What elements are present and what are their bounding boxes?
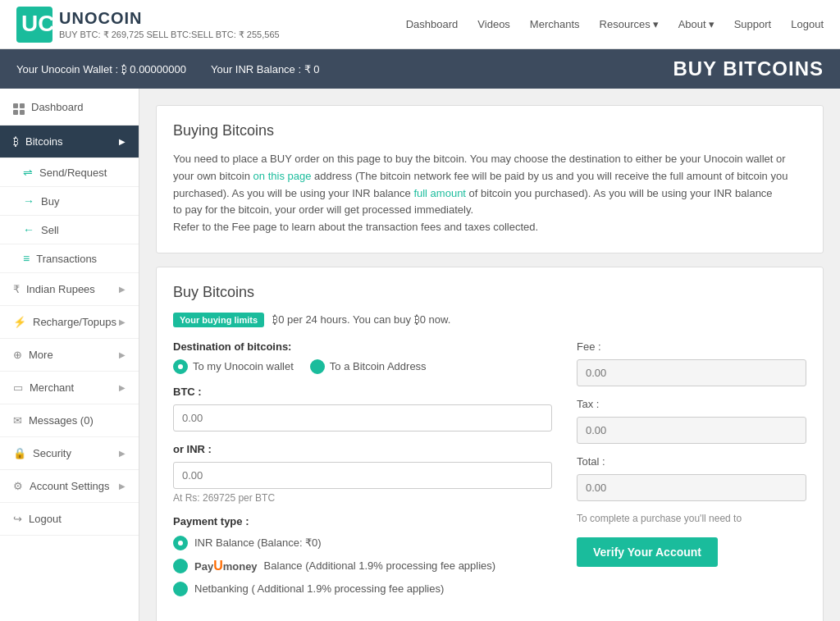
bitcoins-chevron: ▶ — [119, 137, 126, 146]
wallet-balance: Your Unocoin Wallet : ₿ 0.00000000 — [16, 63, 186, 75]
sidebar-item-sell[interactable]: ← Sell — [0, 216, 139, 244]
destination-group: Destination of bitcoins: To my Unocoin w… — [173, 340, 552, 374]
top-header: UC UNOCOIN BUY BTC: ₹ 269,725 SELL BTC:S… — [0, 0, 840, 49]
nav-logout[interactable]: Logout — [791, 18, 824, 30]
buy-bitcoins-title: BUY BITCOINS — [673, 57, 824, 80]
transactions-icon: ≡ — [23, 252, 30, 265]
payment-netbanking-radio — [173, 582, 188, 596]
account-settings-chevron: ▶ — [119, 482, 126, 491]
sidebar-item-account-settings[interactable]: ⚙ Account Settings ▶ — [0, 470, 139, 503]
recharge-chevron: ▶ — [119, 317, 126, 326]
sidebar-item-security[interactable]: 🔒 Security ▶ — [0, 437, 139, 470]
fee-label: Fee : — [577, 340, 806, 353]
merchant-icon: ▭ — [13, 381, 23, 394]
wallet-info: Your Unocoin Wallet : ₿ 0.00000000 Your … — [16, 63, 320, 75]
logo-text: UNOCOIN — [59, 9, 280, 28]
wallet-bar: Your Unocoin Wallet : ₿ 0.00000000 Your … — [0, 49, 840, 89]
sidebar-item-indian-rupees[interactable]: ₹ Indian Rupees ▶ — [0, 273, 139, 306]
tax-label: Tax : — [577, 398, 806, 410]
payu-logo: PayUmoney — [194, 559, 258, 573]
inr-symbol: ₹ — [304, 63, 314, 75]
svg-text:UC: UC — [21, 11, 52, 36]
dashboard-icon — [13, 98, 25, 115]
verify-account-button[interactable]: Verify Your Account — [577, 537, 718, 567]
sidebar-item-messages[interactable]: ✉ Messages (0) — [0, 404, 139, 437]
send-request-icon: ⇌ — [23, 166, 33, 179]
nav-support[interactable]: Support — [734, 18, 772, 30]
main-content: Buying Bitcoins You need to place a BUY … — [139, 89, 840, 621]
bitcoin-icon: ₿ — [13, 135, 19, 148]
sidebar-item-logout[interactable]: ↪ Logout — [0, 503, 139, 536]
nav-dashboard[interactable]: Dashboard — [406, 18, 459, 30]
btc-label: BTC : — [173, 386, 552, 398]
bolt-icon: ⚡ — [13, 316, 26, 328]
btc-input[interactable] — [173, 404, 552, 432]
security-chevron: ▶ — [119, 449, 126, 458]
more-chevron: ▶ — [119, 350, 126, 359]
destination-label: Destination of bitcoins: — [173, 340, 552, 353]
wallet-symbol: ₿ — [121, 63, 130, 75]
or-inr-label: or INR : — [173, 443, 552, 455]
lock-icon: 🔒 — [13, 447, 26, 459]
sidebar-item-merchant[interactable]: ▭ Merchant ▶ — [0, 372, 139, 404]
payment-type-label: Payment type : — [173, 515, 552, 527]
rupees-chevron: ▶ — [119, 285, 126, 294]
fee-group: Fee : — [577, 340, 806, 386]
rupee-icon: ₹ — [13, 283, 20, 295]
signout-icon: ↪ — [13, 513, 22, 525]
radio-address-option[interactable]: To a Bitcoin Address — [310, 359, 427, 374]
tax-input — [577, 417, 806, 444]
info-card: Buying Bitcoins You need to place a BUY … — [156, 105, 824, 253]
buying-bitcoins-title: Buying Bitcoins — [173, 122, 806, 139]
merchant-chevron: ▶ — [119, 383, 126, 392]
sidebar-item-recharge[interactable]: ⚡ Recharge/Topups ▶ — [0, 306, 139, 339]
buy-bitcoins-card: Buy Bitcoins Your buying limits ₿0 per 2… — [156, 267, 824, 621]
buy-form-section: Destination of bitcoins: To my Unocoin w… — [173, 340, 806, 608]
payment-payu-radio — [173, 559, 188, 573]
radio-wallet-circle — [173, 359, 188, 374]
envelope-icon: ✉ — [13, 414, 22, 427]
total-label: Total : — [577, 455, 806, 468]
payment-payu-option[interactable]: PayUmoney Balance (Additional 1.9% proce… — [173, 559, 552, 573]
sidebar-item-more[interactable]: ⊕ More ▶ — [0, 339, 139, 372]
radio-address-circle — [310, 359, 325, 374]
sidebar-item-dashboard[interactable]: Dashboard — [0, 89, 139, 126]
payment-inr-radio — [173, 536, 188, 550]
buying-limits-badge: Your buying limits — [173, 313, 264, 327]
btc-group: BTC : — [173, 386, 552, 432]
payment-netbanking-option[interactable]: Netbanking ( Additional 1.9% processing … — [173, 582, 552, 596]
buy-bitcoins-section-title: Buy Bitcoins — [173, 284, 806, 301]
top-nav: Dashboard Videos Merchants Resources ▾ A… — [406, 18, 824, 30]
buy-icon: → — [23, 194, 34, 208]
buy-btc-label: BUY BTC: — [59, 30, 101, 39]
sell-btc-price: ₹ 255,565 — [239, 30, 280, 39]
fee-input — [577, 359, 806, 386]
sidebar-item-transactions[interactable]: ≡ Transactions — [0, 244, 139, 273]
sidebar-item-bitcoins[interactable]: ₿ Bitcoins ▶ — [0, 126, 139, 158]
inr-balance: Your INR Balance : ₹ 0 — [211, 63, 320, 75]
more-icon: ⊕ — [13, 349, 22, 361]
sidebar-item-send-request[interactable]: ⇌ Send/Request — [0, 158, 139, 187]
radio-wallet-option[interactable]: To my Unocoin wallet — [173, 359, 294, 374]
main-layout: Dashboard ₿ Bitcoins ▶ ⇌ Send/Request → … — [0, 89, 840, 621]
info-text: You need to place a BUY order on this pa… — [173, 151, 806, 236]
buy-btc-price: ₹ 269,725 — [103, 30, 144, 39]
nav-videos[interactable]: Videos — [477, 18, 510, 30]
price-bar: BUY BTC: ₹ 269,725 SELL BTC:SELL BTC: ₹ … — [59, 30, 280, 40]
bitcoin-sub-items: ⇌ Send/Request → Buy ← Sell ≡ Transactio… — [0, 158, 139, 273]
unocoin-logo-icon: UC — [16, 7, 52, 43]
nav-about[interactable]: About ▾ — [678, 18, 714, 30]
inr-input[interactable] — [173, 462, 552, 489]
highlight-text: on this page — [253, 170, 312, 182]
verify-section: To complete a purchase you'll need to Ve… — [577, 513, 806, 567]
sidebar-item-buy[interactable]: → Buy — [0, 187, 139, 216]
sell-btc-label: SELL BTC: — [146, 30, 191, 39]
sell-icon: ← — [23, 223, 34, 236]
nav-merchants[interactable]: Merchants — [530, 18, 580, 30]
logo-area: UC UNOCOIN BUY BTC: ₹ 269,725 SELL BTC:S… — [16, 7, 280, 43]
nav-resources[interactable]: Resources ▾ — [600, 18, 659, 30]
total-input — [577, 474, 806, 501]
tax-group: Tax : — [577, 398, 806, 444]
payment-inr-option[interactable]: INR Balance (Balance: ₹0) — [173, 536, 552, 550]
payment-options: INR Balance (Balance: ₹0) PayUmoney Bala… — [173, 536, 552, 596]
